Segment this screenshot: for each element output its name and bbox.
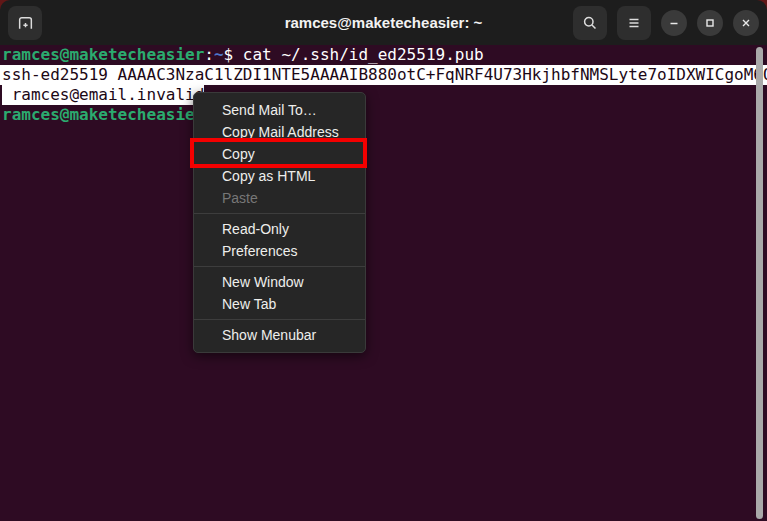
ssh-key-line-selected: ssh-ed25519 AAAAC3NzaC1lZDI1NTE5AAAAIB88…	[0, 65, 767, 85]
terminal-window: ramces@maketecheasier: ~	[0, 0, 767, 521]
menu-item-copy-mail-address[interactable]: Copy Mail Address	[194, 121, 365, 143]
menu-item-copy[interactable]: Copy	[194, 143, 365, 165]
ssh-key-comment-selected: ramces@email.invalid	[2, 85, 204, 105]
menu-item-new-tab[interactable]: New Tab	[194, 293, 365, 315]
search-button[interactable]	[573, 6, 607, 40]
terminal-prompt-line: ramces@maketecheasier:~$ cat ~/.ssh/id_e…	[0, 45, 767, 65]
menu-item-show-menubar[interactable]: Show Menubar	[194, 324, 365, 346]
menu-separator	[194, 266, 365, 267]
menu-item-copy-as-html[interactable]: Copy as HTML	[194, 165, 365, 187]
minimize-icon	[668, 17, 680, 29]
prompt-colon: :	[204, 45, 214, 64]
ssh-key-comment-line: ramces@email.invalid	[0, 85, 767, 105]
terminal-next-prompt-line: ramces@maketecheasier	[0, 105, 767, 125]
titlebar[interactable]: ramces@maketecheasier: ~	[0, 0, 767, 45]
new-tab-icon	[17, 14, 34, 31]
new-tab-button[interactable]	[8, 6, 42, 40]
maximize-button[interactable]	[697, 10, 723, 36]
menu-item-send-mail-to[interactable]: Send Mail To…	[194, 99, 365, 121]
context-menu: Send Mail To… Copy Mail Address Copy Cop…	[193, 92, 366, 353]
menu-button[interactable]	[617, 6, 651, 40]
minimize-button[interactable]	[661, 10, 687, 36]
menu-item-paste: Paste	[194, 187, 365, 209]
close-icon	[740, 17, 752, 29]
menu-item-new-window[interactable]: New Window	[194, 271, 365, 293]
command-text: cat ~/.ssh/id_ed25519.pub	[233, 45, 483, 64]
close-button[interactable]	[733, 10, 759, 36]
search-icon	[582, 15, 598, 31]
next-prompt-user-host: ramces@maketecheasier	[2, 105, 204, 124]
hamburger-menu-icon	[626, 15, 642, 31]
maximize-icon	[704, 17, 716, 29]
prompt-user-host: ramces@maketecheasier	[2, 45, 204, 64]
menu-item-read-only[interactable]: Read-Only	[194, 218, 365, 240]
menu-separator	[194, 319, 365, 320]
prompt-dollar: $	[224, 45, 234, 64]
scrollbar-thumb[interactable]	[756, 47, 763, 519]
terminal-area[interactable]: ramces@maketecheasier:~$ cat ~/.ssh/id_e…	[0, 45, 767, 521]
menu-item-preferences[interactable]: Preferences	[194, 240, 365, 262]
menu-separator	[194, 213, 365, 214]
prompt-path: ~	[214, 45, 224, 64]
